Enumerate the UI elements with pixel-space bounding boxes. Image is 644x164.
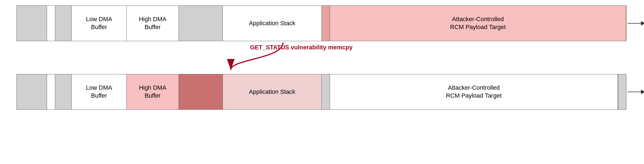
bottom-cell-attacker: Attacker-ControlledRCM Payload Target (330, 74, 618, 109)
top-cell-high-dma: High DMABuffer (127, 6, 179, 41)
bottom-cell-high-dma: High DMABuffer (127, 74, 179, 109)
bottom-arrow-head (641, 90, 644, 94)
bottom-memory-row: Low DMABuffer High DMABuffer Application… (16, 74, 626, 110)
top-cell-attacker: Attacker-ControlledRCM Payload Target (330, 6, 626, 41)
middle-area: GET_STATUS vulnerability memcpy (16, 41, 626, 74)
top-cell-app-stack: Application Stack (223, 6, 322, 41)
bottom-cell-gray-thin (322, 74, 330, 109)
top-cell-gray1 (17, 6, 47, 41)
top-cell-pink-thin (322, 6, 330, 41)
top-memory-row: Low DMABuffer High DMABuffer Application… (16, 5, 626, 41)
bottom-cell-gray1 (17, 74, 47, 109)
bottom-arrow-line (628, 92, 641, 92)
top-cell-low-dma: Low DMABuffer (72, 6, 127, 41)
bottom-cell-app-stack: Application Stack (223, 74, 322, 109)
top-cell-gray3 (179, 6, 223, 41)
curved-arrow-icon (209, 37, 291, 73)
top-arrow-right (628, 21, 644, 26)
top-cell-gray2 (55, 6, 72, 41)
top-arrow-head (641, 21, 644, 26)
bottom-cell-app-stack-dark (179, 74, 223, 109)
bottom-arrow-right (628, 90, 644, 94)
bottom-cell-gray2 (55, 74, 72, 109)
bottom-cell-white1 (47, 74, 55, 109)
top-cell-white1 (47, 6, 55, 41)
bottom-cell-gray-end (618, 74, 626, 109)
diagram-container: Low DMABuffer High DMABuffer Application… (0, 0, 644, 164)
top-arrow-line (628, 23, 641, 24)
bottom-cell-low-dma: Low DMABuffer (72, 74, 127, 109)
